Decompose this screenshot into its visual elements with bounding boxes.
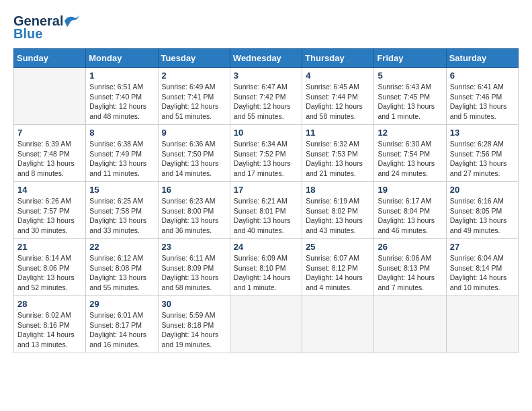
day-number: 3	[234, 71, 298, 81]
day-number: 12	[378, 128, 442, 138]
day-info: Sunrise: 6:02 AMSunset: 8:16 PMDaylight:…	[17, 310, 82, 350]
calendar-cell: 13Sunrise: 6:28 AMSunset: 7:56 PMDayligh…	[446, 125, 518, 182]
calendar-cell: 2Sunrise: 6:49 AMSunset: 7:41 PMDaylight…	[158, 68, 230, 125]
calendar-cell: 9Sunrise: 6:36 AMSunset: 7:50 PMDaylight…	[158, 125, 230, 182]
page-header: General Blue	[13, 13, 519, 42]
calendar-cell: 20Sunrise: 6:16 AMSunset: 8:05 PMDayligh…	[446, 182, 518, 239]
logo-blue-text: Blue	[13, 26, 42, 42]
day-info: Sunrise: 6:06 AMSunset: 8:13 PMDaylight:…	[378, 253, 442, 293]
calendar-header-row: SundayMondayTuesdayWednesdayThursdayFrid…	[14, 49, 519, 68]
calendar-cell: 26Sunrise: 6:06 AMSunset: 8:13 PMDayligh…	[374, 239, 446, 296]
day-info: Sunrise: 6:39 AMSunset: 7:48 PMDaylight:…	[17, 139, 82, 179]
day-info: Sunrise: 6:38 AMSunset: 7:49 PMDaylight:…	[89, 139, 154, 179]
calendar-week-row: 28Sunrise: 6:02 AMSunset: 8:16 PMDayligh…	[14, 296, 519, 353]
day-info: Sunrise: 6:07 AMSunset: 8:12 PMDaylight:…	[306, 253, 370, 293]
calendar-cell	[302, 296, 374, 353]
day-number: 16	[162, 185, 226, 195]
day-number: 30	[162, 299, 226, 309]
calendar-cell: 22Sunrise: 6:12 AMSunset: 8:08 PMDayligh…	[86, 239, 158, 296]
calendar-cell: 4Sunrise: 6:45 AMSunset: 7:44 PMDaylight…	[302, 68, 374, 125]
day-number: 14	[17, 185, 82, 195]
calendar-week-row: 1Sunrise: 6:51 AMSunset: 7:40 PMDaylight…	[14, 68, 519, 125]
day-number: 24	[234, 242, 298, 252]
calendar-cell: 8Sunrise: 6:38 AMSunset: 7:49 PMDaylight…	[86, 125, 158, 182]
day-number: 11	[306, 128, 370, 138]
calendar-cell	[374, 296, 446, 353]
day-info: Sunrise: 6:17 AMSunset: 8:04 PMDaylight:…	[378, 196, 442, 236]
calendar-week-row: 7Sunrise: 6:39 AMSunset: 7:48 PMDaylight…	[14, 125, 519, 182]
day-info: Sunrise: 6:09 AMSunset: 8:10 PMDaylight:…	[234, 253, 298, 293]
day-info: Sunrise: 6:34 AMSunset: 7:52 PMDaylight:…	[234, 139, 298, 179]
calendar-cell: 10Sunrise: 6:34 AMSunset: 7:52 PMDayligh…	[230, 125, 302, 182]
calendar-cell: 1Sunrise: 6:51 AMSunset: 7:40 PMDaylight…	[86, 68, 158, 125]
calendar-cell: 5Sunrise: 6:43 AMSunset: 7:45 PMDaylight…	[374, 68, 446, 125]
day-info: Sunrise: 6:47 AMSunset: 7:42 PMDaylight:…	[234, 82, 298, 122]
day-info: Sunrise: 6:45 AMSunset: 7:44 PMDaylight:…	[306, 82, 370, 122]
logo-bird-icon	[64, 15, 79, 27]
calendar-cell: 24Sunrise: 6:09 AMSunset: 8:10 PMDayligh…	[230, 239, 302, 296]
day-number: 27	[450, 242, 515, 252]
day-info: Sunrise: 6:30 AMSunset: 7:54 PMDaylight:…	[378, 139, 442, 179]
day-info: Sunrise: 6:43 AMSunset: 7:45 PMDaylight:…	[378, 82, 442, 122]
calendar-cell: 21Sunrise: 6:14 AMSunset: 8:06 PMDayligh…	[14, 239, 86, 296]
day-number: 8	[89, 128, 154, 138]
calendar-cell	[446, 296, 518, 353]
day-number: 2	[162, 71, 226, 81]
weekday-header: Thursday	[302, 49, 374, 68]
day-info: Sunrise: 6:49 AMSunset: 7:41 PMDaylight:…	[162, 82, 226, 122]
weekday-header: Saturday	[446, 49, 518, 68]
day-number: 26	[378, 242, 442, 252]
calendar-cell: 17Sunrise: 6:21 AMSunset: 8:01 PMDayligh…	[230, 182, 302, 239]
day-info: Sunrise: 6:25 AMSunset: 7:58 PMDaylight:…	[89, 196, 154, 236]
day-info: Sunrise: 6:16 AMSunset: 8:05 PMDaylight:…	[450, 196, 515, 236]
day-number: 18	[306, 185, 370, 195]
day-info: Sunrise: 6:04 AMSunset: 8:14 PMDaylight:…	[450, 253, 515, 293]
day-number: 22	[89, 242, 154, 252]
day-number: 7	[17, 128, 82, 138]
calendar-cell	[230, 296, 302, 353]
day-info: Sunrise: 6:32 AMSunset: 7:53 PMDaylight:…	[306, 139, 370, 179]
day-info: Sunrise: 6:23 AMSunset: 8:00 PMDaylight:…	[162, 196, 226, 236]
day-number: 10	[234, 128, 298, 138]
day-info: Sunrise: 6:28 AMSunset: 7:56 PMDaylight:…	[450, 139, 515, 179]
calendar-cell: 11Sunrise: 6:32 AMSunset: 7:53 PMDayligh…	[302, 125, 374, 182]
day-info: Sunrise: 6:21 AMSunset: 8:01 PMDaylight:…	[234, 196, 298, 236]
day-number: 28	[17, 299, 82, 309]
calendar-cell	[14, 68, 86, 125]
calendar-cell: 29Sunrise: 6:01 AMSunset: 8:17 PMDayligh…	[86, 296, 158, 353]
day-number: 6	[450, 71, 515, 81]
weekday-header: Wednesday	[230, 49, 302, 68]
calendar-table: SundayMondayTuesdayWednesdayThursdayFrid…	[13, 48, 519, 353]
calendar-cell: 23Sunrise: 6:11 AMSunset: 8:09 PMDayligh…	[158, 239, 230, 296]
day-info: Sunrise: 6:01 AMSunset: 8:17 PMDaylight:…	[89, 310, 154, 350]
day-number: 19	[378, 185, 442, 195]
weekday-header: Monday	[86, 49, 158, 68]
day-number: 21	[17, 242, 82, 252]
calendar-cell: 27Sunrise: 6:04 AMSunset: 8:14 PMDayligh…	[446, 239, 518, 296]
calendar-cell: 18Sunrise: 6:19 AMSunset: 8:02 PMDayligh…	[302, 182, 374, 239]
day-info: Sunrise: 6:41 AMSunset: 7:46 PMDaylight:…	[450, 82, 515, 122]
day-number: 13	[450, 128, 515, 138]
day-info: Sunrise: 6:36 AMSunset: 7:50 PMDaylight:…	[162, 139, 226, 179]
weekday-header: Tuesday	[158, 49, 230, 68]
calendar-cell: 14Sunrise: 6:26 AMSunset: 7:57 PMDayligh…	[14, 182, 86, 239]
day-number: 20	[450, 185, 515, 195]
day-number: 29	[89, 299, 154, 309]
day-info: Sunrise: 5:59 AMSunset: 8:18 PMDaylight:…	[162, 310, 226, 350]
calendar-cell: 19Sunrise: 6:17 AMSunset: 8:04 PMDayligh…	[374, 182, 446, 239]
calendar-cell: 28Sunrise: 6:02 AMSunset: 8:16 PMDayligh…	[14, 296, 86, 353]
calendar-cell: 3Sunrise: 6:47 AMSunset: 7:42 PMDaylight…	[230, 68, 302, 125]
day-number: 4	[306, 71, 370, 81]
calendar-week-row: 14Sunrise: 6:26 AMSunset: 7:57 PMDayligh…	[14, 182, 519, 239]
day-number: 1	[89, 71, 154, 81]
day-number: 23	[162, 242, 226, 252]
calendar-cell: 25Sunrise: 6:07 AMSunset: 8:12 PMDayligh…	[302, 239, 374, 296]
day-number: 17	[234, 185, 298, 195]
calendar-cell: 6Sunrise: 6:41 AMSunset: 7:46 PMDaylight…	[446, 68, 518, 125]
day-info: Sunrise: 6:14 AMSunset: 8:06 PMDaylight:…	[17, 253, 82, 293]
logo: General Blue	[13, 13, 79, 42]
day-number: 5	[378, 71, 442, 81]
weekday-header: Friday	[374, 49, 446, 68]
day-number: 9	[162, 128, 226, 138]
calendar-week-row: 21Sunrise: 6:14 AMSunset: 8:06 PMDayligh…	[14, 239, 519, 296]
